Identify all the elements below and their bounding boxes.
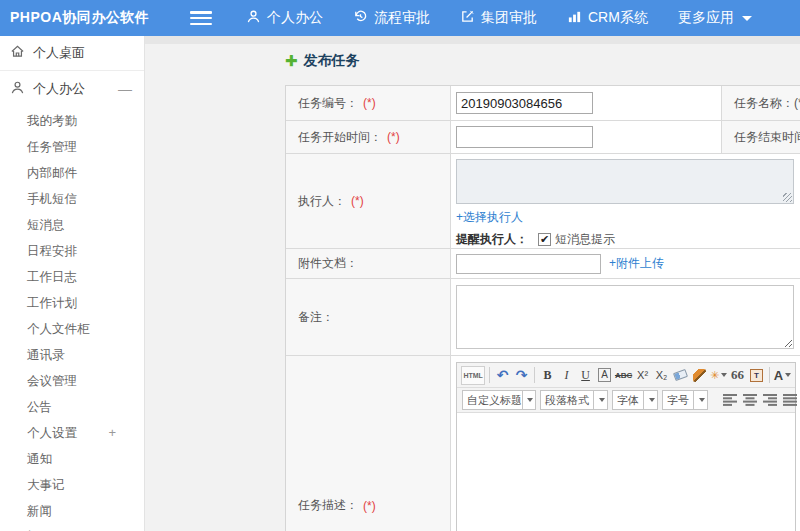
collapse-icon[interactable]: — <box>118 81 132 97</box>
page-title: ✚ 发布任务 <box>285 52 360 70</box>
form-row-remark: 备注： <box>286 279 800 356</box>
attachment-upload-link[interactable]: +附件上传 <box>609 255 664 272</box>
caret-down-icon <box>693 391 707 409</box>
editor-content-area[interactable] <box>457 413 795 531</box>
sidebar-item-personal-office[interactable]: 个人办公 — <box>0 71 144 106</box>
executor-textarea[interactable] <box>456 159 794 204</box>
heading-select[interactable]: 自定义标题 <box>462 390 536 410</box>
sidebar-item-mobile-sms[interactable]: 手机短信 <box>0 186 144 212</box>
form-row-start-time: 任务开始时间：(*) 任务结束时间：(*) <box>286 121 800 154</box>
nav-label: CRM系统 <box>588 9 648 27</box>
sidebar-item-events[interactable]: 大事记 <box>0 472 144 498</box>
sidebar-item-contacts[interactable]: 通讯录 <box>0 342 144 368</box>
wand-icon: ✳ <box>710 369 719 382</box>
font-color-button[interactable]: A <box>774 366 791 385</box>
expand-icon[interactable]: + <box>108 420 116 446</box>
font-style-button[interactable]: A <box>596 366 613 385</box>
sidebar-item-desktop[interactable]: 个人桌面 <box>0 36 144 71</box>
bold-button[interactable]: B <box>539 366 556 385</box>
sidebar-item-label: 个人桌面 <box>33 44 85 62</box>
paste-icon: T <box>750 369 763 382</box>
font-size-select[interactable]: 字号 <box>662 390 708 410</box>
required-mark: (*) <box>363 499 376 513</box>
format-brush-button[interactable] <box>691 366 708 385</box>
sidebar-item-notice[interactable]: 通知 <box>0 446 144 472</box>
html-source-button[interactable]: HTML <box>461 366 485 385</box>
start-time-label: 任务开始时间：(*) <box>286 121 451 153</box>
resize-handle[interactable] <box>783 193 792 202</box>
caret-down-icon <box>593 391 607 409</box>
task-no-input[interactable] <box>456 92 593 114</box>
start-time-cell <box>451 121 721 153</box>
sidebar-item-personal-settings[interactable]: 个人设置 + <box>0 420 144 446</box>
form-row-attachment: 附件文档： +附件上传 <box>286 249 800 279</box>
publish-task-form: 任务编号：(*) 任务名称：(*) 任务开始时间：(*) <box>285 85 800 531</box>
required-mark: (*) <box>387 130 400 144</box>
undo-button[interactable]: ↶ <box>494 366 511 385</box>
page-title-text: 发布任务 <box>304 52 360 70</box>
sidebar-item-task-management[interactable]: 任务管理 <box>0 134 144 160</box>
nav-label: 更多应用 <box>678 9 734 27</box>
align-right-icon[interactable] <box>763 394 777 406</box>
task-no-cell <box>451 86 721 120</box>
autoformat-button[interactable]: ✳ <box>710 366 727 385</box>
sms-option-label: 短消息提示 <box>555 231 615 248</box>
content-top-strip <box>145 36 800 44</box>
sms-checkbox[interactable] <box>538 233 551 246</box>
italic-button[interactable]: I <box>558 366 575 385</box>
nav-group-approval[interactable]: 集团审批 <box>460 9 537 27</box>
paragraph-format-select[interactable]: 段落格式 <box>540 390 608 410</box>
toolbar-separator <box>489 367 490 383</box>
app-window: PHPOA协同办公软件 个人办公 流程审批 <box>0 0 800 531</box>
menu-toggle-icon[interactable] <box>190 11 212 25</box>
task-name-label: 任务名称：(*) <box>721 86 800 120</box>
nav-personal-office[interactable]: 个人办公 <box>246 9 323 27</box>
sidebar-item-short-message[interactable]: 短消息 <box>0 212 144 238</box>
start-time-input[interactable] <box>456 126 593 148</box>
sidebar-item-announcement[interactable]: 公告 <box>0 394 144 420</box>
nav-more-apps[interactable]: 更多应用 <box>678 9 752 27</box>
remark-textarea[interactable] <box>456 285 794 349</box>
sidebar-item-vote[interactable]: 投票箱 <box>0 524 144 531</box>
sidebar-item-news[interactable]: 新闻 <box>0 498 144 524</box>
align-left-icon[interactable] <box>723 394 737 406</box>
sidebar-item-schedule[interactable]: 日程安排 <box>0 238 144 264</box>
redo-button[interactable]: ↷ <box>513 366 530 385</box>
align-justify-icon[interactable] <box>783 394 797 406</box>
blockquote-button[interactable]: 66 <box>729 366 746 385</box>
required-mark: (*) <box>794 96 800 110</box>
sidebar-item-meeting[interactable]: 会议管理 <box>0 368 144 394</box>
underline-button[interactable]: U <box>577 366 594 385</box>
form-row-description: 任务描述：(*) HTML ↶ ↷ B I U A <box>286 356 800 531</box>
eraser-button[interactable] <box>672 366 689 385</box>
history-icon <box>353 9 374 27</box>
remark-label: 备注： <box>286 279 451 355</box>
strikethrough-button[interactable]: ABC <box>615 366 632 385</box>
paste-button[interactable]: T <box>748 366 765 385</box>
user-icon <box>10 80 33 98</box>
sidebar: 个人桌面 个人办公 — 我的考勤 任务管理 内部邮件 手机短信 短消息 日程安排… <box>0 36 145 531</box>
editor-toolbar-row2: 自定义标题 段落格式 字体 <box>457 388 795 413</box>
nav-crm-system[interactable]: CRM系统 <box>567 9 648 27</box>
sidebar-item-work-plan[interactable]: 工作计划 <box>0 290 144 316</box>
required-mark: (*) <box>363 96 376 110</box>
form-row-executor: 执行人：(*) +选择执行人 提醒执行人： 短消息提示 <box>286 154 800 249</box>
align-center-icon[interactable] <box>743 394 757 406</box>
caret-down-icon <box>643 391 657 409</box>
nav-label: 集团审批 <box>481 9 537 27</box>
nav-workflow-approval[interactable]: 流程审批 <box>353 9 430 27</box>
choose-executor-link[interactable]: +选择执行人 <box>456 210 523 224</box>
subscript-button[interactable]: X₂ <box>653 366 670 385</box>
top-bar: PHPOA协同办公软件 个人办公 流程审批 <box>0 0 800 36</box>
attachment-label: 附件文档： <box>286 249 451 278</box>
font-family-select[interactable]: 字体 <box>612 390 658 410</box>
top-nav: 个人办公 流程审批 集团审批 <box>246 9 782 27</box>
sidebar-item-file-cabinet[interactable]: 个人文件柜 <box>0 316 144 342</box>
sidebar-item-attendance[interactable]: 我的考勤 <box>0 108 144 134</box>
description-cell: HTML ↶ ↷ B I U A ABC X² X₂ <box>451 356 800 531</box>
sidebar-item-work-log[interactable]: 工作日志 <box>0 264 144 290</box>
attachment-input[interactable] <box>456 254 601 274</box>
superscript-button[interactable]: X² <box>634 366 651 385</box>
brush-icon <box>693 369 706 382</box>
sidebar-item-internal-mail[interactable]: 内部邮件 <box>0 160 144 186</box>
